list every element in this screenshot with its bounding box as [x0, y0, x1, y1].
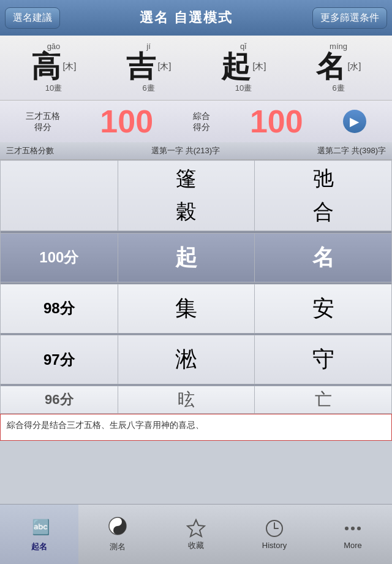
- char-strokes-4: 6畫: [332, 83, 344, 94]
- char-element-1: [木]: [63, 61, 77, 72]
- nav-item-favorites[interactable]: 收藏: [157, 505, 235, 564]
- char-row: gāo 高 [木] 10畫 jí 吉 [木] 6畫 qǐ 起 [木] 10畫: [6, 42, 386, 94]
- char-item-2: jí 吉 [木] 6畫: [126, 42, 172, 94]
- svg-point-3: [116, 528, 120, 533]
- nav-item-cename[interactable]: 測名: [78, 505, 157, 564]
- nav-label-qiming: 起名: [31, 541, 47, 552]
- info-second-char: 選第二字 共(398)字: [317, 145, 386, 156]
- left-score-value: 100: [100, 105, 153, 137]
- char-element-3: [木]: [253, 61, 266, 72]
- score-96-partial: 96分: [1, 386, 118, 414]
- info-sancai: 三才五格分數: [6, 145, 54, 156]
- more-icon: [343, 519, 363, 538]
- score-selected: 100分: [1, 233, 118, 282]
- more-filters-button[interactable]: 更多篩選条件: [312, 7, 387, 29]
- char-glyph-1: 高: [31, 52, 61, 82]
- svg-marker-4: [187, 520, 205, 536]
- page-title: 選名 自選模式: [140, 9, 233, 27]
- left-score-label: 三才五格得分: [26, 110, 60, 132]
- char1-selected: 起: [118, 233, 255, 282]
- nav-item-more[interactable]: More: [314, 505, 392, 564]
- char-item-3: qǐ 起 [木] 10畫: [221, 42, 266, 94]
- char2-96-partial: 亡: [255, 386, 392, 414]
- char2-98: 安: [255, 284, 392, 333]
- name-table-area: 篷 穀 弛 合 100分 起 名 98分: [0, 160, 392, 414]
- svg-text:🔤: 🔤: [32, 518, 49, 536]
- score-97: 97分: [1, 335, 118, 384]
- char-item-1: gāo 高 [木] 10畫: [31, 42, 77, 94]
- score-98: 98分: [1, 284, 118, 333]
- char-row0-char2-bot: 合: [313, 198, 334, 226]
- nav-item-history[interactable]: History: [235, 505, 314, 564]
- svg-point-9: [351, 527, 355, 530]
- char1-96-partial: 昡: [118, 386, 255, 414]
- char-pinyin-3: qǐ: [240, 42, 247, 51]
- char-glyph-4: 名: [316, 52, 345, 82]
- char-row0-char2-top: 弛: [313, 165, 334, 193]
- score-row: 三才五格得分 100 綜合得分 100 ▶: [0, 101, 392, 142]
- suggest-names-button[interactable]: 選名建議: [5, 7, 60, 29]
- char-pinyin-1: gāo: [47, 42, 61, 51]
- bottom-nav: 🔤 起名 測名 收藏: [0, 504, 392, 564]
- notice-text: 綜合得分是结合三才五格、生辰八字喜用神的喜忌、: [7, 420, 204, 430]
- nav-label-cename: 測名: [110, 541, 126, 552]
- table-row-97[interactable]: 97分 淞 守: [1, 335, 392, 384]
- char-item-4: míng 名 [水] 6畫: [316, 42, 361, 94]
- char-strokes-3: 10畫: [235, 83, 252, 94]
- svg-point-10: [357, 527, 361, 530]
- char-glyph-2: 吉: [126, 52, 156, 82]
- char-pinyin-4: míng: [330, 42, 347, 51]
- char-row0-char1-top: 篷: [176, 165, 197, 193]
- right-score-value: 100: [250, 105, 303, 137]
- favorites-icon: [186, 518, 206, 538]
- info-first-char: 選第一字 共(213)字: [151, 145, 220, 156]
- next-arrow-button[interactable]: ▶: [343, 110, 366, 133]
- char-row0-char1-bot: 穀: [176, 198, 197, 226]
- notice-bar: 綜合得分是结合三才五格、生辰八字喜用神的喜忌、: [0, 414, 392, 441]
- table-row-selected[interactable]: 100分 起 名: [1, 233, 392, 282]
- char1-98: 集: [118, 284, 255, 333]
- qiming-icon: 🔤: [29, 516, 49, 539]
- char-strokes-1: 10畫: [45, 83, 62, 94]
- char-glyph-3: 起: [221, 52, 251, 82]
- char-display: gāo 高 [木] 10畫 jí 吉 [木] 6畫 qǐ 起 [木] 10畫: [0, 36, 392, 101]
- table-row-96-partial[interactable]: 96分 昡 亡: [1, 386, 392, 414]
- right-score-label: 綜合得分: [193, 110, 210, 132]
- char1-97: 淞: [118, 335, 255, 384]
- char2-97: 守: [255, 335, 392, 384]
- char-element-4: [水]: [348, 61, 361, 72]
- nav-label-more: More: [344, 541, 362, 550]
- header: 選名建議 選名 自選模式 更多篩選条件: [0, 0, 392, 36]
- nav-label-favorites: 收藏: [188, 540, 204, 551]
- svg-point-2: [116, 520, 120, 524]
- cename-icon: [108, 516, 127, 539]
- table-row-top-partial[interactable]: 篷 穀 弛 合: [1, 161, 392, 231]
- table-row-98[interactable]: 98分 集 安: [1, 284, 392, 333]
- info-bar: 三才五格分數 選第一字 共(213)字 選第二字 共(398)字: [0, 142, 392, 160]
- svg-point-8: [345, 527, 349, 530]
- char-pinyin-2: jí: [146, 42, 151, 51]
- char-strokes-2: 6畫: [142, 83, 154, 94]
- char2-selected: 名: [255, 233, 392, 282]
- char-element-2: [木]: [158, 61, 172, 72]
- history-icon: [265, 519, 284, 538]
- nav-label-history: History: [262, 541, 287, 550]
- nav-item-qiming[interactable]: 🔤 起名: [0, 505, 78, 564]
